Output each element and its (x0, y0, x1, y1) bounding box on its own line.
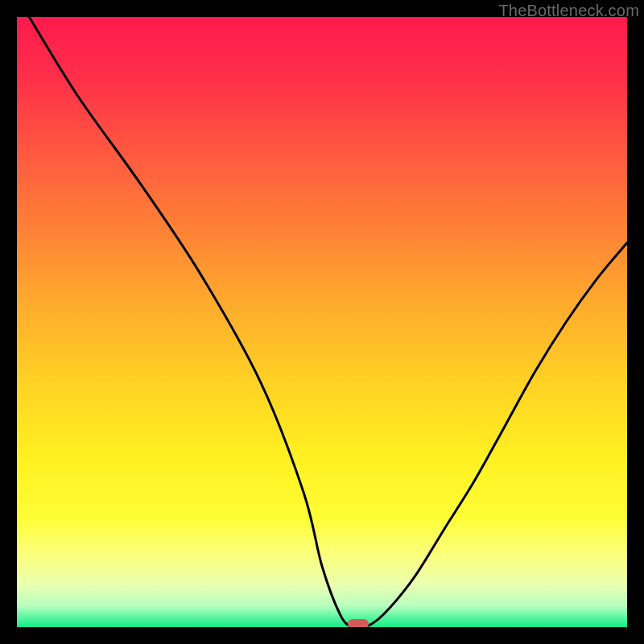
plot-area (17, 17, 627, 627)
optimal-point-marker (348, 619, 369, 627)
watermark-text: TheBottleneck.com (498, 2, 639, 20)
bottleneck-curve (17, 17, 627, 627)
chart-frame: TheBottleneck.com (0, 0, 644, 644)
